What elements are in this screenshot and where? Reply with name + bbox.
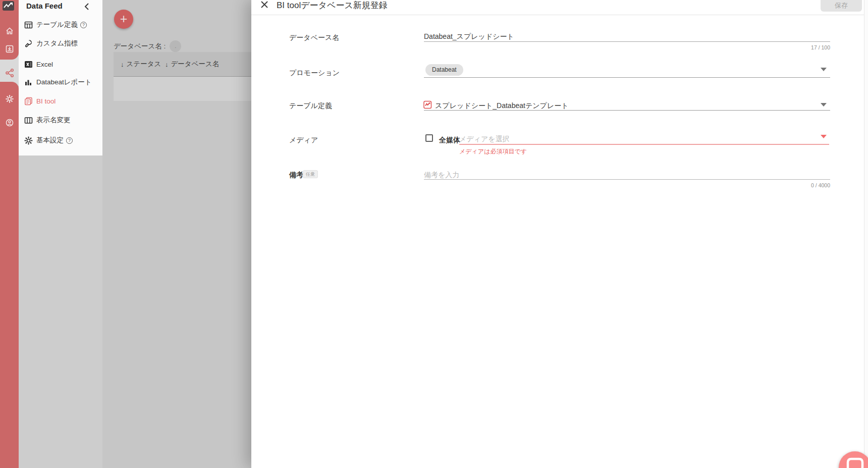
field-label-media: メディア [289, 136, 318, 145]
field-label-table-definition: テーブル定義 [289, 101, 332, 111]
header-divider [251, 15, 864, 15]
sidebar-item-bi-tool[interactable]: BI tool [19, 92, 102, 110]
dropdown-arrow-icon[interactable] [821, 103, 827, 107]
database-name-filter-label: データベース名 : [114, 42, 166, 51]
excel-icon [24, 60, 33, 69]
home-icon[interactable] [6, 27, 14, 35]
scrollbar-track[interactable] [864, 0, 868, 468]
sidebar-item-table-definition[interactable]: テーブル定義 ? [19, 16, 102, 33]
add-button[interactable]: + [114, 10, 133, 29]
bar-chart-icon [24, 78, 33, 87]
field-label-promotion: プロモーション [289, 69, 340, 78]
media-error-message: メディアは必須項目です [459, 147, 527, 156]
close-icon[interactable] [260, 1, 268, 9]
sidebar-item-basic-settings[interactable]: 基本設定 ? [19, 132, 102, 149]
collapse-chevron-icon[interactable] [83, 3, 90, 11]
sidebar-item-custom-metrics[interactable]: カスタム指標 [19, 35, 102, 52]
field-label-database-name: データベース名 [289, 33, 339, 42]
table-header-row: ↓ ステータス ↓ データベース名 [114, 52, 251, 77]
sidebar-panel: Data Feed テーブル定義 ? カスタム指標 Excel Databeat… [19, 0, 102, 155]
sort-descending-icon[interactable]: ↓ [121, 61, 124, 68]
account-icon[interactable] [6, 119, 14, 127]
table-icon [24, 21, 33, 29]
gear-icon[interactable] [6, 95, 14, 103]
help-icon[interactable]: ? [66, 137, 73, 144]
sidebar-item-label: カスタム指標 [36, 39, 78, 48]
sort-descending-icon[interactable]: ↓ [165, 61, 169, 68]
sidebar-dimmed-area [19, 155, 102, 468]
modal-title: BI toolデータベース新規登録 [277, 0, 388, 11]
all-media-checkbox[interactable] [425, 134, 433, 142]
columns-icon [24, 116, 33, 125]
sidebar-item-label: Excel [36, 61, 53, 68]
sidebar-item-label: 基本設定 [36, 136, 64, 145]
character-counter: 0 / 4000 [770, 182, 830, 188]
inbox-download-icon[interactable] [6, 45, 14, 53]
sidebar-item-label: 表示名変更 [36, 116, 71, 125]
optional-badge: 任意 [303, 170, 318, 178]
column-header-status[interactable]: ↓ ステータス [121, 60, 165, 69]
field-label-remarks: 備考 [289, 171, 303, 180]
media-select-input[interactable] [459, 134, 829, 145]
remarks-input[interactable] [424, 170, 830, 180]
column-header-label: ステータス [127, 60, 161, 69]
database-table: ↓ ステータス ↓ データベース名 [114, 52, 251, 101]
databeat-logo-icon[interactable] [3, 1, 15, 11]
promotion-chip[interactable]: Databeat [425, 64, 463, 76]
sidebar-item-label: テーブル定義 [36, 20, 78, 29]
character-counter: 17 / 100 [770, 44, 830, 50]
table-definition-underline [424, 110, 830, 111]
dropdown-arrow-icon[interactable] [821, 135, 827, 138]
share-icon[interactable] [6, 69, 14, 77]
column-header-label: データベース名 [171, 60, 220, 69]
dropdown-arrow-icon[interactable] [821, 68, 827, 71]
promotion-field-underline [424, 77, 830, 78]
save-button[interactable]: 保存 [821, 0, 862, 12]
sidebar-item-label: Databeatレポート [36, 78, 92, 87]
databeat-template-icon [423, 100, 432, 109]
database-name-input[interactable] [424, 32, 830, 42]
help-icon[interactable]: ? [80, 22, 87, 28]
rail-top-segment [0, 0, 19, 60]
sidebar-title: Data Feed [26, 2, 63, 10]
sidebar-item-display-name-change[interactable]: 表示名変更 [19, 112, 102, 129]
column-header-database-name[interactable]: ↓ データベース名 [165, 60, 219, 69]
sidebar-item-excel[interactable]: Excel [19, 56, 102, 73]
chat-launcher-button[interactable] [839, 451, 868, 468]
all-media-label: 全媒体 [439, 136, 460, 145]
bi-tool-report-icon [24, 97, 33, 106]
content-area-dimmed: + データベース名 : . ↓ ステータス ↓ データベース名 [102, 0, 251, 468]
table-row[interactable] [114, 77, 251, 101]
sidebar-item-label: BI tool [36, 97, 56, 105]
filter-chip[interactable]: . [170, 40, 181, 52]
sidebar-item-databeat-report[interactable]: Databeatレポート [19, 74, 102, 91]
gear-icon [24, 136, 33, 145]
bi-tool-registration-modal: BI toolデータベース新規登録 保存 データベース名 17 / 100 プロ… [251, 0, 868, 468]
table-definition-value: スプレッドシート_Databeatテンプレート [435, 101, 569, 111]
wrench-icon [24, 39, 33, 48]
rail-bottom-segment [0, 82, 19, 468]
chat-bubble-icon [839, 451, 868, 468]
